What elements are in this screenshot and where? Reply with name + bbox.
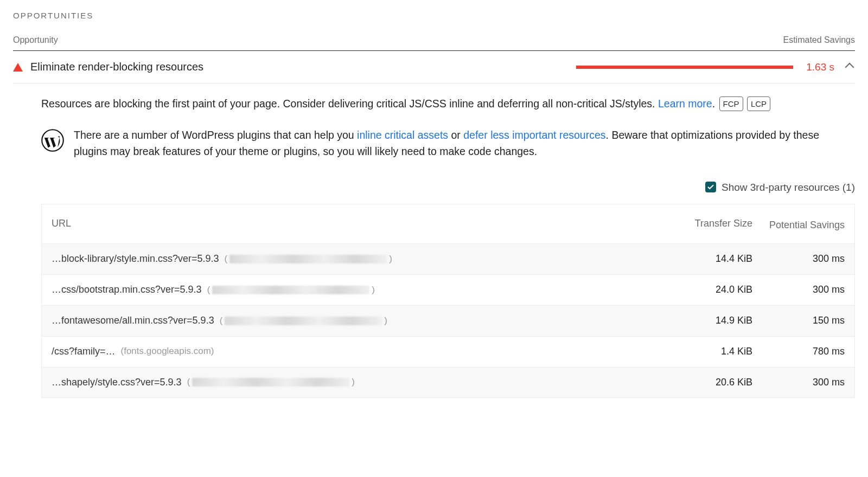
audit-header-row[interactable]: Eliminate render-blocking resources 1.63… [13,61,855,83]
description-period: . [712,98,715,109]
audit-title: Eliminate render-blocking resources [30,61,203,73]
column-savings: Estimated Savings [783,35,855,45]
third-party-filter: Show 3rd-party resources (1) [41,179,855,195]
wordpress-tip: There are a number of WordPress plugins … [41,127,855,159]
resource-host: () [225,252,392,266]
section-title: OPPORTUNITIES [13,11,855,20]
transfer-size: 20.6 KiB [655,375,752,390]
resource-host: () [187,375,355,389]
table-row: /css?family=…(fonts.googleapis.com)1.4 K… [42,336,854,367]
redacted-host [225,317,382,325]
column-headers: Opportunity Estimated Savings [13,35,855,51]
resource-table: URL Transfer Size Potential Savings …blo… [41,204,855,398]
potential-savings: 300 ms [752,252,845,267]
table-row: …css/bootstrap.min.css?ver=5.9.3()24.0 K… [42,274,854,305]
third-party-label: Show 3rd-party resources (1) [722,179,855,195]
table-row: …block-library/style.min.css?ver=5.9.3()… [42,243,854,274]
wordpress-icon [41,129,64,152]
resource-path[interactable]: …css/bootstrap.min.css?ver=5.9.3 [52,282,202,298]
potential-savings: 780 ms [752,344,845,359]
potential-savings: 300 ms [752,282,845,298]
column-opportunity: Opportunity [13,35,58,45]
header-url: URL [52,216,655,231]
inline-critical-link[interactable]: inline critical assets [357,129,448,141]
wp-text-before: There are a number of WordPress plugins … [74,129,357,141]
potential-savings: 150 ms [752,313,845,328]
transfer-size: 24.0 KiB [655,282,752,298]
wp-text-or: or [448,129,463,141]
resource-path[interactable]: …fontawesome/all.min.css?ver=5.9.3 [52,313,214,328]
header-size: Transfer Size [655,216,752,231]
transfer-size: 14.4 KiB [655,252,752,267]
resource-host: (fonts.googleapis.com) [121,344,214,358]
savings-value: 1.63 s [806,61,834,73]
fail-triangle-icon [13,63,23,72]
redacted-host [192,378,349,386]
redacted-host [212,286,369,294]
audit-description: Resources are blocking the first paint o… [41,95,855,112]
resource-host: () [220,314,387,328]
third-party-checkbox[interactable] [705,182,716,192]
table-header: URL Transfer Size Potential Savings [42,204,854,243]
savings-bar [576,66,793,69]
audit-body: Resources are blocking the first paint o… [13,83,855,398]
resource-host: () [207,283,375,297]
description-text: Resources are blocking the first paint o… [41,98,658,109]
resource-path[interactable]: /css?family=… [52,344,116,359]
transfer-size: 14.9 KiB [655,313,752,328]
fcp-badge: FCP [719,96,743,111]
potential-savings: 300 ms [752,375,845,390]
redacted-host [229,255,387,263]
resource-path[interactable]: …shapely/style.css?ver=5.9.3 [52,375,182,390]
lcp-badge: LCP [747,96,770,111]
chevron-up-icon[interactable] [845,62,854,72]
table-row: …shapely/style.css?ver=5.9.3()20.6 KiB30… [42,367,854,398]
resource-path[interactable]: …block-library/style.min.css?ver=5.9.3 [52,252,219,267]
header-savings: Potential Savings [752,219,845,231]
defer-resources-link[interactable]: defer less important resources [463,129,605,141]
learn-more-link[interactable]: Learn more [658,98,712,109]
transfer-size: 1.4 KiB [655,344,752,359]
table-row: …fontawesome/all.min.css?ver=5.9.3()14.9… [42,305,854,336]
wordpress-tip-text: There are a number of WordPress plugins … [74,127,855,159]
